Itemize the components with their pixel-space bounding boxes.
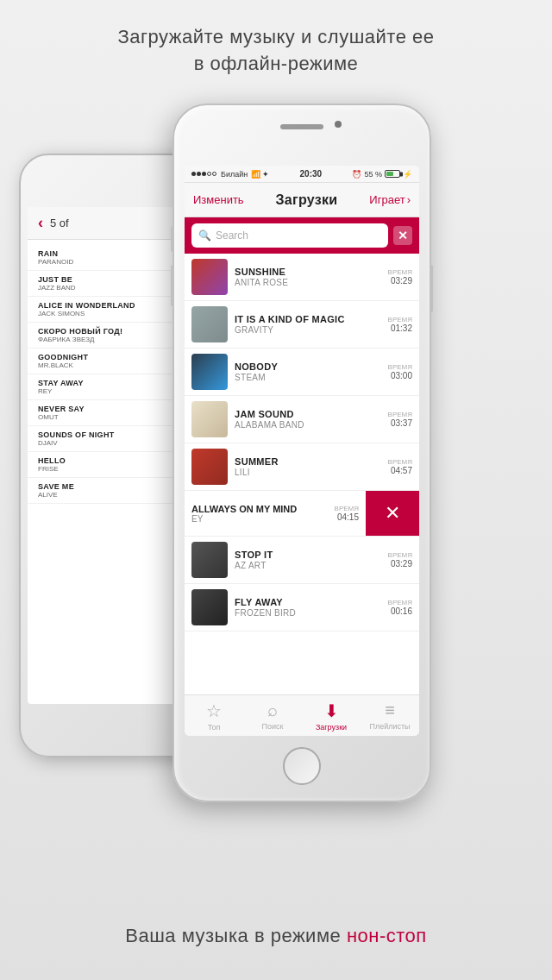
track-info: It Is a Kind of Magic Gravity — [235, 314, 388, 335]
play-chevron: › — [407, 193, 411, 206]
track-time-label: Время — [388, 599, 412, 606]
swiped-meta: Время 04:15 — [335, 505, 366, 522]
home-button[interactable] — [283, 747, 321, 785]
track-title: It Is a Kind of Magic — [235, 314, 388, 324]
track-info: Sunshine Anita Rose — [235, 267, 388, 287]
search-input-field[interactable]: 🔍 Search — [191, 223, 388, 248]
status-time: 20:30 — [300, 169, 323, 179]
track-duration: 03:00 — [388, 371, 412, 380]
track-artist: Lili — [235, 468, 388, 477]
charge-icon: ⚡ — [403, 170, 412, 179]
track-meta: Время 03:00 — [388, 363, 412, 380]
track-item[interactable]: It Is a Kind of Magic Gravity Время 01:3… — [185, 301, 419, 349]
wifi-icon: ‪📶 — [251, 170, 260, 179]
alarm-icon: ⏰ — [352, 170, 361, 179]
swiped-artist: ey — [191, 514, 328, 524]
track-duration: 03:37 — [388, 418, 412, 428]
track-item[interactable]: Summer Lili Время 04:57 — [185, 443, 419, 491]
phone-speaker — [280, 124, 323, 129]
track-time-label: Время — [388, 458, 412, 466]
tagline-prefix: Ваша музыка в режиме — [125, 925, 347, 946]
track-thumbnail — [191, 542, 228, 578]
search-clear-button[interactable]: ✕ — [393, 226, 412, 245]
swiped-duration: 04:15 — [335, 512, 359, 522]
track-duration: 00:16 — [388, 606, 412, 616]
dot3 — [202, 172, 206, 176]
track-title: Sunshine — [235, 267, 388, 277]
tab-icon: ⌕ — [267, 700, 278, 720]
tab-загрузки[interactable]: ⬇ Загрузки — [302, 695, 361, 736]
track-artist: Az Art — [235, 561, 388, 570]
track-duration: 03:29 — [388, 559, 412, 569]
tab-поиск[interactable]: ⌕ Поиск — [243, 695, 302, 736]
search-icon: 🔍 — [198, 229, 211, 242]
track-item[interactable]: Sunshine Anita Rose Время 03:29 — [185, 254, 419, 301]
back-arrow-icon: ‹ — [38, 214, 43, 232]
battery-percent: 55 % — [364, 170, 382, 179]
track-meta: Время 04:57 — [388, 458, 412, 475]
track-time-label: Время — [388, 551, 412, 559]
headline: Загружайте музыку и слушайте ее в офлайн… — [0, 24, 552, 78]
phone-screen: Билайн ‪📶 ✦ 20:30 ⏰ 55 % ⚡ Изменить Загр… — [185, 166, 419, 736]
track-title: Stop It — [235, 550, 388, 560]
status-bar: Билайн ‪📶 ✦ 20:30 ⏰ 55 % ⚡ — [185, 166, 419, 183]
dot1 — [191, 172, 196, 176]
track-thumbnail — [191, 589, 228, 625]
tab-label: Плейлисты — [369, 722, 410, 731]
tab-icon: ☆ — [206, 700, 222, 721]
track-time-label: Время — [388, 411, 412, 418]
delete-button[interactable]: ✕ — [366, 491, 419, 536]
track-duration: 03:29 — [388, 276, 412, 286]
tagline: Ваша музыка в режиме нон-стоп — [0, 925, 552, 947]
tagline-highlight: нон-стоп — [347, 925, 427, 946]
track-thumbnail — [191, 449, 228, 485]
track-item[interactable]: Nobody Steam Время 03:00 — [185, 349, 419, 396]
track-title: Jam Sound — [235, 409, 388, 419]
track-title: Summer — [235, 456, 388, 467]
track-list: Sunshine Anita Rose Время 03:29 It Is a … — [185, 254, 419, 631]
track-item[interactable]: Stop It Az Art Время 03:29 — [185, 537, 419, 584]
track-info: Fly Away Frozen Bird — [235, 597, 388, 618]
dot5 — [212, 172, 216, 176]
settings-icon: ✦ — [262, 170, 269, 179]
track-thumbnail — [191, 259, 228, 295]
volume-mute-button — [171, 226, 174, 252]
tab-топ[interactable]: ☆ Топ — [185, 695, 243, 736]
delete-icon: ✕ — [385, 502, 400, 525]
search-placeholder: Search — [216, 229, 248, 242]
track-duration: 01:32 — [388, 324, 412, 333]
power-button — [430, 265, 433, 312]
battery-icon — [385, 170, 400, 178]
track-time-label: Время — [388, 363, 412, 371]
track-info: Nobody Steam — [235, 361, 388, 382]
phone-camera — [335, 121, 342, 128]
swiped-content: Allways On My Mind ey — [185, 499, 335, 529]
status-left: Билайн ‪📶 ✦ — [191, 170, 269, 179]
clear-icon: ✕ — [398, 229, 408, 242]
track-time-label: Время — [388, 316, 412, 324]
track-meta: Время 03:29 — [388, 268, 412, 286]
track-meta: Время 01:32 — [388, 316, 412, 333]
tab-label: Загрузки — [316, 723, 347, 732]
swiped-time-label: Время — [335, 505, 359, 512]
track-item[interactable]: Fly Away Frozen Bird Время 00:16 — [185, 584, 419, 631]
track-time-label: Время — [388, 268, 412, 276]
tab-icon: ⬇ — [324, 700, 339, 721]
track-meta: Время 00:16 — [388, 599, 412, 616]
play-label: Играет — [369, 193, 405, 206]
volume-up-button — [171, 265, 174, 306]
nav-play-button[interactable]: Играет › — [369, 193, 411, 206]
track-info: Stop It Az Art — [235, 550, 388, 570]
track-item[interactable]: Jam Sound Alabama Band Время 03:37 — [185, 396, 419, 443]
signal-dots — [191, 172, 216, 176]
carrier-name: Билайн — [221, 170, 248, 179]
track-thumbnail — [191, 401, 228, 437]
battery-fill — [386, 172, 393, 176]
nav-back-button[interactable]: Изменить — [193, 193, 244, 206]
tab-label: Топ — [208, 723, 221, 732]
tab-плейлисты[interactable]: ≡ Плейлисты — [361, 695, 419, 736]
nav-title: Загрузки — [275, 192, 337, 208]
swiped-track-item[interactable]: Allways On My Mind ey Время 04:15 ✕ — [185, 491, 419, 537]
tab-bar: ☆ Топ ⌕ Поиск ⬇ Загрузки ≡ Плейлисты — [185, 694, 419, 736]
tab-icon: ≡ — [385, 700, 395, 720]
